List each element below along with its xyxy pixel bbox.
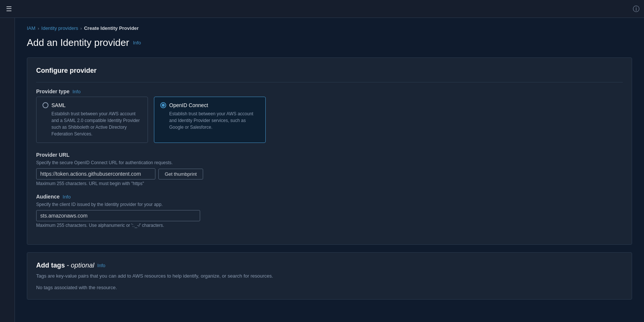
breadcrumb-chevron-1: ›: [38, 26, 39, 31]
provider-type-info-link[interactable]: Info: [72, 89, 80, 94]
audience-section: Audience Info Specify the client ID issu…: [36, 194, 623, 228]
provider-url-hint: Specify the secure OpenID Connect URL fo…: [36, 160, 623, 165]
openid-radio[interactable]: [160, 102, 166, 108]
sidebar: [0, 18, 15, 322]
help-icon[interactable]: ⓘ: [633, 4, 640, 13]
provider-url-label-row: Provider URL: [36, 152, 623, 158]
divider-1: [36, 82, 623, 82]
tags-info-link[interactable]: Info: [97, 263, 105, 268]
provider-url-note: Maximum 255 characters. URL must begin w…: [36, 181, 623, 186]
tags-description: Tags are key-value pairs that you can ad…: [36, 273, 623, 279]
add-tags-card: Add tags - optional Info Tags are key-va…: [27, 252, 632, 300]
openid-option-desc: Establish trust between your AWS account…: [160, 110, 259, 131]
breadcrumb-identity-providers-link[interactable]: Identity providers: [41, 25, 78, 31]
saml-option-desc: Establish trust between your AWS account…: [42, 110, 142, 137]
breadcrumb-chevron-2: ›: [80, 26, 82, 31]
provider-url-input[interactable]: [36, 168, 155, 179]
audience-hint: Specify the client ID issued by the Iden…: [36, 202, 623, 207]
saml-option[interactable]: SAML Establish trust between your AWS ac…: [36, 97, 148, 143]
breadcrumb-current: Create Identity Provider: [84, 25, 139, 31]
saml-option-title: SAML: [51, 102, 66, 108]
page-title-row: Add an Identity provider Info: [27, 37, 632, 49]
breadcrumb-iam-link[interactable]: IAM: [27, 25, 35, 31]
audience-note: Maximum 255 characters. Use alphanumeric…: [36, 223, 623, 228]
tags-title-text: Add tags: [36, 262, 65, 269]
saml-option-header: SAML: [42, 102, 142, 108]
saml-radio[interactable]: [42, 102, 48, 108]
openid-option-header: OpenID Connect: [160, 102, 259, 108]
provider-type-options: SAML Establish trust between your AWS ac…: [36, 97, 623, 143]
tags-title: Add tags - optional: [36, 262, 94, 269]
provider-type-label: Provider type: [36, 88, 69, 94]
top-navigation-bar: ☰: [0, 0, 644, 18]
configure-provider-card: Configure provider Provider type Info SA…: [27, 57, 632, 245]
provider-url-section: Provider URL Specify the secure OpenID C…: [36, 152, 623, 186]
configure-provider-title: Configure provider: [36, 67, 623, 75]
tags-empty-label: No tags associated with the resource.: [36, 285, 623, 290]
content-area: IAM › Identity providers › Create Identi…: [15, 18, 644, 322]
openid-option[interactable]: OpenID Connect Establish trust between y…: [154, 97, 266, 143]
provider-url-label: Provider URL: [36, 152, 69, 158]
hamburger-menu-icon[interactable]: ☰: [6, 5, 12, 13]
get-thumbprint-button[interactable]: Get thumbprint: [158, 169, 203, 179]
provider-type-section: Provider type Info SAML Establish trust …: [36, 88, 623, 143]
page-title: Add an Identity provider: [27, 37, 129, 49]
openid-option-title: OpenID Connect: [169, 102, 208, 108]
audience-input[interactable]: [36, 210, 200, 221]
audience-label-row: Audience Info: [36, 194, 623, 200]
provider-url-input-row: Get thumbprint: [36, 168, 623, 179]
audience-label: Audience: [36, 194, 60, 200]
tags-optional-label: - optional: [67, 262, 94, 269]
breadcrumb: IAM › Identity providers › Create Identi…: [27, 25, 632, 31]
provider-type-label-row: Provider type Info: [36, 88, 623, 94]
main-layout: IAM › Identity providers › Create Identi…: [0, 18, 644, 322]
page-info-link[interactable]: Info: [133, 40, 141, 46]
tags-title-row: Add tags - optional Info: [36, 262, 623, 269]
audience-info-link[interactable]: Info: [63, 194, 71, 200]
